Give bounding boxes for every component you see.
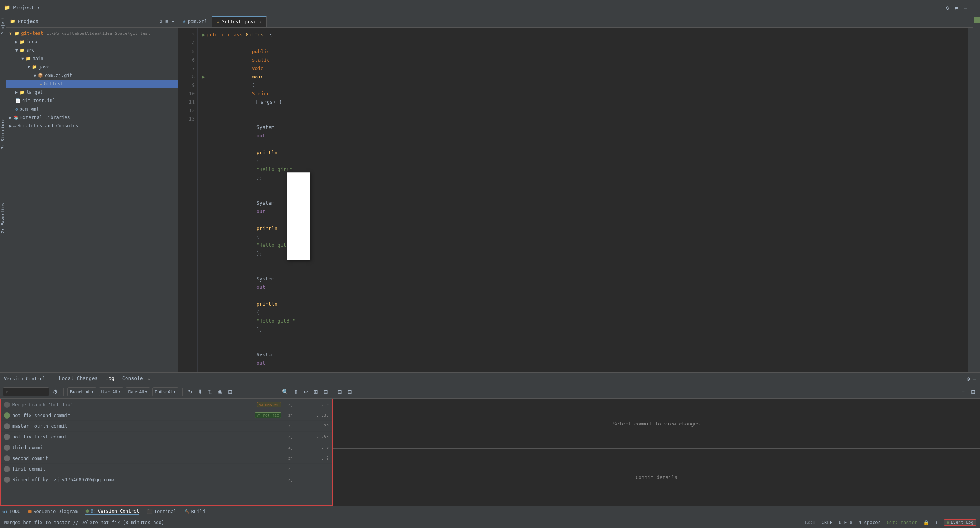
- sync-icon[interactable]: ⇄: [955, 5, 958, 11]
- collapse-all-btn[interactable]: ⊟: [346, 388, 354, 396]
- dropdown-icon: ▾: [173, 389, 176, 394]
- status-bar: Merged hot-fix to master // Delete hot-f…: [0, 517, 980, 528]
- tab-local-changes-label: Local Changes: [59, 375, 98, 381]
- commit-row-signed[interactable]: Signed-off-by: zj <1754689705@qq.com> zj: [1, 474, 332, 485]
- tab-local-changes[interactable]: Local Changes: [59, 374, 98, 383]
- event-log-btn[interactable]: ● Event Log: [944, 519, 976, 526]
- user-filter[interactable]: User: All ▾: [99, 387, 123, 396]
- tree-item-gittest[interactable]: ☕ GitTest: [6, 80, 178, 88]
- commit-name: hot-fix first commit: [12, 434, 283, 440]
- tree-item-ext-libs[interactable]: ▶ 📚 External Libraries: [6, 113, 178, 122]
- date-filter[interactable]: Date: All ▾: [126, 387, 150, 396]
- run-icon[interactable]: ▶: [202, 73, 205, 81]
- tree-item-target[interactable]: ▶ 📁 target: [6, 88, 178, 96]
- paths-filter[interactable]: Paths: All ▾: [152, 387, 179, 396]
- console-close-icon[interactable]: ×: [147, 376, 150, 381]
- commit-row-hotfix1[interactable]: hot-fix first commit zj ...58: [1, 432, 332, 442]
- collapse-icon[interactable]: −: [172, 19, 174, 24]
- line-num: 4: [181, 39, 195, 47]
- paths-filter-label: Paths: All: [155, 389, 173, 394]
- merge-status: Merged hot-fix to master // Delete hot-f…: [4, 520, 164, 525]
- unstash-btn[interactable]: ⊟: [322, 388, 330, 396]
- group-btn[interactable]: ⊞: [969, 388, 977, 396]
- commit-time: ...33: [298, 413, 329, 418]
- project-icon: 📁: [4, 5, 10, 10]
- tree-item-iml[interactable]: 📄 git-test.iml: [6, 96, 178, 105]
- commit-row-third[interactable]: third commit zj ...0: [1, 442, 332, 453]
- commit-row-first[interactable]: first commit zj: [1, 464, 332, 474]
- tree-item-src[interactable]: ▼ 📁 src: [6, 46, 178, 54]
- tab-log[interactable]: Log: [105, 374, 114, 383]
- tree-item-java[interactable]: ▼ 📁 java: [6, 63, 178, 71]
- master-branch-tag: 🏷 master: [257, 402, 281, 407]
- settings-icon-vc[interactable]: ⚙: [967, 376, 970, 382]
- commit-user: zj: [283, 477, 298, 482]
- commit-user: zj: [283, 445, 298, 450]
- tab-gittest[interactable]: ☕ GitTest.java ×: [212, 16, 266, 27]
- git-branch[interactable]: Git: master: [887, 520, 917, 525]
- search-history-btn[interactable]: 🔍: [280, 388, 290, 396]
- item-label: main: [33, 56, 44, 61]
- tab-pom[interactable]: ⚙ pom.xml: [178, 16, 212, 27]
- project-sidebar-label[interactable]: Project: [0, 17, 5, 34]
- favorites-label[interactable]: 2: Favorites: [0, 203, 5, 233]
- settings-icon[interactable]: ⚙: [946, 5, 949, 11]
- tree-item-root[interactable]: ▼ 📁 git-test E:\Worksoftabout\Idea\Idea-…: [6, 29, 178, 37]
- fetch-btn[interactable]: ⬇: [196, 388, 204, 396]
- graph-btn[interactable]: ◉: [216, 388, 224, 396]
- minimize-icon[interactable]: −: [973, 5, 976, 11]
- strip-build[interactable]: 🔨 Build: [184, 509, 205, 514]
- project-dropdown-icon[interactable]: ▾: [37, 5, 40, 10]
- file-icon: 📄: [15, 98, 21, 103]
- log-right-toolbar: ⊞ ⊟ ≡ ⊞: [333, 385, 980, 399]
- project-label[interactable]: Project: [13, 5, 34, 10]
- kw2: class: [228, 31, 246, 39]
- line-ending[interactable]: CRLF: [822, 520, 833, 525]
- stash-btn[interactable]: ⊞: [312, 388, 320, 396]
- minimize-vc-icon[interactable]: −: [973, 376, 976, 382]
- build-status-icon[interactable]: [974, 17, 980, 23]
- commit-row-merge[interactable]: Merge branch 'hot-fix' 🏷 master zj ...0: [1, 399, 332, 410]
- tree-item-package[interactable]: ▼ 📦 com.zj.git: [6, 71, 178, 80]
- strip-todo[interactable]: 6: TODO: [2, 509, 20, 514]
- file-icon: ⚙: [15, 107, 18, 112]
- bottom-panel: Version Control: Local Changes Log Conso…: [0, 372, 980, 506]
- strip-icon: ⬛: [147, 509, 153, 514]
- tab-console[interactable]: Console ×: [122, 374, 150, 383]
- strip-terminal[interactable]: ⬛ Terminal: [147, 509, 176, 514]
- strip-vc[interactable]: ⬢ 9: Version Control: [85, 508, 139, 515]
- date-filter-label: Date: All: [128, 389, 144, 394]
- commit-row-second[interactable]: second commit zj ...2: [1, 453, 332, 464]
- structure-label[interactable]: 7: Structure: [0, 119, 5, 149]
- upload-icon[interactable]: ⬆: [935, 520, 938, 525]
- folder-expand-icon: ▼: [21, 56, 24, 61]
- run-icon[interactable]: ▶: [202, 31, 205, 39]
- position[interactable]: 13:1: [804, 520, 815, 525]
- filter-btn-2[interactable]: ⊞: [226, 388, 234, 396]
- sort-btn[interactable]: ≡: [960, 388, 966, 396]
- indent[interactable]: 4 spaces: [859, 520, 881, 525]
- strip-sequence[interactable]: ⬢ Sequence Diagram: [28, 509, 78, 514]
- tab-close-icon[interactable]: ×: [260, 20, 262, 24]
- expand-icon[interactable]: ⊞: [166, 19, 168, 24]
- title-bar-right: ⚙ ⇄ ≡ −: [946, 5, 976, 11]
- gear-icon[interactable]: ⚙: [160, 19, 162, 24]
- refresh-btn[interactable]: ↻: [186, 388, 194, 396]
- commit-row-master4[interactable]: master fourth commit zj ...29: [1, 421, 332, 432]
- expand-all-btn[interactable]: ⊞: [336, 388, 344, 396]
- dropdown-icon: ▾: [118, 389, 121, 394]
- panel-icon: 📁: [10, 19, 15, 24]
- tree-item-pom[interactable]: ⚙ pom.xml: [6, 105, 178, 113]
- push-btn[interactable]: ⬆: [292, 388, 300, 396]
- commit-row-hotfix2[interactable]: hot-fix second commit 🏷 hot-fix zj ...33: [1, 410, 332, 421]
- branch-filter[interactable]: Branch: All ▾: [67, 387, 96, 396]
- revert-btn[interactable]: ↩: [302, 388, 310, 396]
- expand-btn[interactable]: ⇅: [206, 388, 214, 396]
- search-settings-btn[interactable]: ⚙: [51, 388, 59, 396]
- config-icon[interactable]: ≡: [964, 5, 967, 11]
- tree-item-main[interactable]: ▼ 📁 main: [6, 54, 178, 63]
- log-search-input[interactable]: [3, 387, 49, 396]
- tree-item-scratches[interactable]: ▶ ✏ Scratches and Consoles: [6, 122, 178, 130]
- encoding[interactable]: UTF-8: [839, 520, 853, 525]
- tree-item-idea[interactable]: ▶ 📁 idea: [6, 37, 178, 46]
